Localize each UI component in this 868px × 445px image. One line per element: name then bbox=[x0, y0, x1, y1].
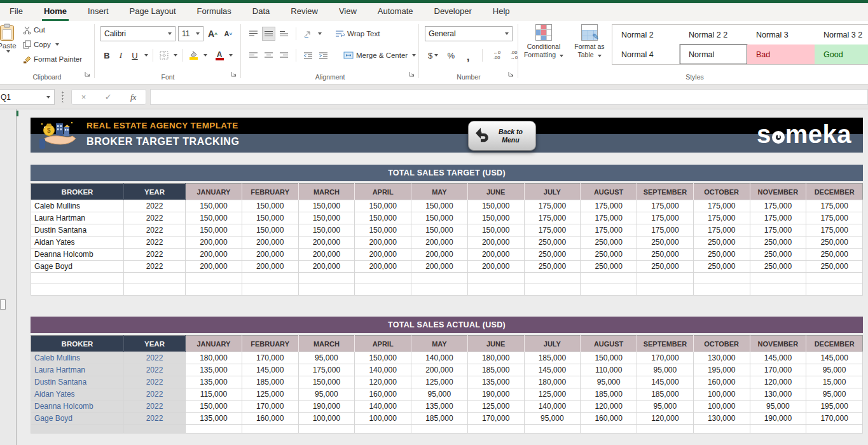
column-header-march[interactable]: MARCH bbox=[298, 184, 355, 200]
cell-value[interactable]: 175,000 bbox=[750, 212, 806, 224]
cell-broker[interactable]: Laura Hartman bbox=[31, 212, 124, 224]
cell-value[interactable]: 175,000 bbox=[693, 200, 750, 212]
cell-value[interactable]: 175,000 bbox=[750, 200, 806, 212]
cell-value[interactable]: 100,000 bbox=[693, 400, 750, 413]
cell-empty[interactable] bbox=[124, 284, 186, 296]
cell-value[interactable]: 135,000 bbox=[186, 413, 242, 425]
cell-empty[interactable] bbox=[298, 273, 355, 284]
cell-value[interactable]: 15,000 bbox=[806, 376, 863, 388]
cell-value[interactable]: 150,000 bbox=[298, 224, 355, 236]
cell-value[interactable]: 95,000 bbox=[411, 388, 468, 400]
style-good[interactable]: Good bbox=[815, 44, 868, 64]
back-to-menu-button[interactable]: Back to Menu bbox=[468, 121, 536, 151]
cell-empty[interactable] bbox=[411, 273, 468, 284]
column-header-august[interactable]: AUGUST bbox=[581, 184, 637, 200]
cut-button[interactable]: Cut bbox=[23, 25, 82, 35]
cell-value[interactable]: 95,000 bbox=[637, 400, 694, 413]
cell-value[interactable]: 150,000 bbox=[467, 224, 524, 236]
cell-value[interactable]: 250,000 bbox=[806, 261, 863, 273]
cell-broker[interactable]: Dustin Santana bbox=[31, 224, 124, 236]
cell-empty[interactable] bbox=[581, 425, 637, 434]
cell-empty[interactable] bbox=[355, 273, 411, 284]
cell-value[interactable]: 170,000 bbox=[242, 400, 298, 413]
cell-empty[interactable] bbox=[298, 284, 355, 296]
cell-value[interactable]: 200,000 bbox=[467, 236, 524, 249]
cell-value[interactable]: 150,000 bbox=[355, 212, 411, 224]
cell-empty[interactable] bbox=[298, 425, 355, 434]
cell-value[interactable]: 200,000 bbox=[355, 236, 411, 249]
cell-broker[interactable]: Laura Hartman bbox=[31, 364, 124, 376]
cell-value[interactable]: 150,000 bbox=[242, 200, 298, 212]
name-box[interactable]: Q1 bbox=[0, 89, 55, 105]
cell-value[interactable]: 160,000 bbox=[242, 413, 298, 425]
cell-empty[interactable] bbox=[806, 273, 863, 284]
align-left-button[interactable] bbox=[247, 48, 260, 62]
cell-empty[interactable] bbox=[411, 425, 468, 434]
cell-value[interactable]: 250,000 bbox=[806, 236, 863, 249]
cell-value[interactable]: 135,000 bbox=[467, 376, 524, 388]
cell-value[interactable]: 150,000 bbox=[411, 200, 468, 212]
orientation-button[interactable] bbox=[301, 27, 314, 41]
format-painter-button[interactable]: Format Painter bbox=[23, 54, 82, 64]
cell-value[interactable]: 200,000 bbox=[467, 261, 524, 273]
cell-value[interactable]: 150,000 bbox=[298, 376, 355, 388]
cell-value[interactable]: 135,000 bbox=[411, 400, 468, 413]
cell-empty[interactable] bbox=[524, 273, 581, 284]
cell-value[interactable]: 145,000 bbox=[806, 352, 863, 364]
cell-empty[interactable] bbox=[124, 425, 186, 434]
cell-value[interactable]: 190,000 bbox=[467, 388, 524, 400]
cell-value[interactable]: 200,000 bbox=[355, 249, 411, 261]
column-header-july[interactable]: JULY bbox=[524, 336, 581, 352]
font-size-combo[interactable]: 11 bbox=[178, 26, 203, 41]
cell-value[interactable]: 170,000 bbox=[637, 352, 694, 364]
cell-value[interactable]: 100,000 bbox=[693, 388, 750, 400]
cell-value[interactable]: 185,000 bbox=[637, 388, 694, 400]
cell-value[interactable]: 140,000 bbox=[355, 400, 411, 413]
cell-value[interactable]: 200,000 bbox=[298, 261, 355, 273]
cell-value[interactable]: 145,000 bbox=[242, 364, 298, 376]
cell-year[interactable]: 2022 bbox=[124, 249, 186, 261]
column-header-september[interactable]: SEPTEMBER bbox=[637, 184, 694, 200]
cell-value[interactable]: 170,000 bbox=[242, 352, 298, 364]
cell-value[interactable]: 175,000 bbox=[524, 200, 581, 212]
column-header-october[interactable]: OCTOBER bbox=[693, 184, 750, 200]
middle-align-button[interactable] bbox=[262, 27, 275, 41]
column-header-april[interactable]: APRIL bbox=[355, 336, 411, 352]
cell-value[interactable]: 150,000 bbox=[186, 224, 242, 236]
column-header-october[interactable]: OCTOBER bbox=[693, 336, 750, 352]
cell-value[interactable]: 150,000 bbox=[411, 212, 468, 224]
increase-decimal-button[interactable]: ←0.00 bbox=[490, 48, 503, 62]
cell-value[interactable]: 120,000 bbox=[355, 376, 411, 388]
cell-value[interactable]: 185,000 bbox=[467, 364, 524, 376]
conditional-formatting-button[interactable]: Conditional Formatting bbox=[521, 24, 566, 59]
cell-value[interactable]: 150,000 bbox=[186, 400, 242, 413]
cell-value[interactable]: 175,000 bbox=[581, 212, 637, 224]
cell-value[interactable]: 190,000 bbox=[750, 413, 806, 425]
cell-value[interactable]: 185,000 bbox=[411, 413, 468, 425]
cell-value[interactable]: 250,000 bbox=[581, 261, 637, 273]
cell-value[interactable]: 200,000 bbox=[411, 261, 468, 273]
cell-value[interactable]: 175,000 bbox=[806, 224, 863, 236]
borders-caret-icon[interactable] bbox=[174, 54, 177, 57]
cell-empty[interactable] bbox=[750, 273, 806, 284]
cell-empty[interactable] bbox=[355, 425, 411, 434]
cell-value[interactable]: 130,000 bbox=[693, 352, 750, 364]
cell-value[interactable]: 125,000 bbox=[411, 376, 468, 388]
cell-value[interactable]: 160,000 bbox=[581, 413, 637, 425]
formula-input[interactable] bbox=[150, 89, 868, 105]
cell-empty[interactable] bbox=[467, 273, 524, 284]
cell-empty[interactable] bbox=[637, 273, 694, 284]
cell-broker[interactable]: Caleb Mullins bbox=[31, 200, 124, 212]
cell-empty[interactable] bbox=[806, 284, 863, 296]
cell-value[interactable]: 250,000 bbox=[750, 236, 806, 249]
cell-value[interactable]: 135,000 bbox=[186, 364, 242, 376]
tab-help[interactable]: Help bbox=[491, 3, 512, 21]
column-header-november[interactable]: NOVEMBER bbox=[750, 184, 806, 200]
cell-value[interactable]: 195,000 bbox=[806, 400, 863, 413]
cell-year[interactable]: 2022 bbox=[124, 236, 186, 249]
cell-value[interactable]: 140,000 bbox=[355, 364, 411, 376]
column-header-june[interactable]: JUNE bbox=[467, 184, 524, 200]
cell-year[interactable]: 2022 bbox=[124, 212, 186, 224]
cell-empty[interactable] bbox=[186, 273, 242, 284]
tab-data[interactable]: Data bbox=[251, 3, 272, 21]
